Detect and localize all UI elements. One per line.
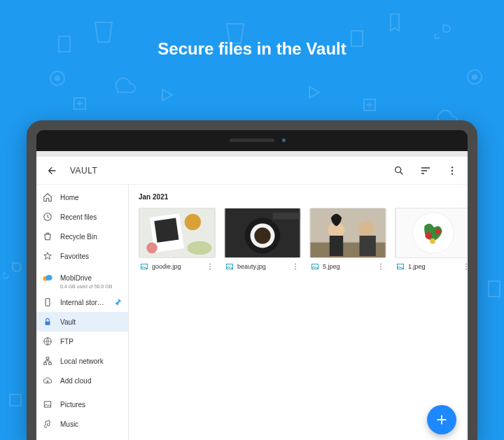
sidebar-item-recycle[interactable]: Recycle Bin [36,227,128,246]
file-more-button[interactable] [291,262,300,271]
file-thumbnail [395,208,468,258]
trash-icon [42,231,53,242]
sidebar-item-favorites[interactable]: Favorites [36,246,128,266]
network-icon [42,355,53,367]
image-file-icon [311,262,319,271]
status-bar [36,151,468,157]
sidebar-item-addcloud[interactable]: Add cloud [36,371,128,390]
file-thumbnail [309,208,386,258]
image-file-icon [396,262,405,271]
svg-point-5 [468,70,482,84]
svg-point-27 [185,214,201,230]
svg-point-12 [451,169,453,171]
svg-point-61 [465,269,467,270]
sidebar-item-label: Home [60,194,122,201]
file-name: 1.jpeg [408,263,458,270]
sort-button[interactable] [417,162,434,179]
file-thumbnail [224,208,301,258]
svg-rect-9 [489,281,500,297]
sidebar: Home Recent files Recycle Bin Favorites [36,185,129,440]
svg-rect-8 [10,395,21,406]
svg-point-47 [358,221,374,237]
svg-rect-21 [44,362,47,364]
sidebar-item-internal[interactable]: Internal stora... [36,292,128,312]
sidebar-item-label: Internal stora... [60,299,106,306]
sidebar-item-music[interactable]: Music [36,414,128,434]
svg-point-55 [425,232,432,239]
file-card[interactable]: 1.jpeg [395,208,468,271]
more-button[interactable] [444,162,461,179]
svg-point-28 [188,241,212,255]
sidebar-item-vault[interactable]: Vault [36,312,128,332]
storage-usage-text: 0.4 GB used of 50.0 GB [60,284,112,289]
sidebar-item-recent[interactable]: Recent files [36,207,128,227]
svg-point-10 [396,166,401,172]
globe-icon [42,336,53,347]
svg-rect-38 [273,213,300,220]
svg-rect-18 [46,321,50,325]
file-more-button[interactable] [377,262,385,271]
svg-point-1 [50,71,64,85]
svg-point-57 [430,239,435,244]
fab-add-button[interactable] [427,405,456,434]
svg-rect-4 [364,99,375,111]
section-title: Jan 2021 [139,193,458,201]
music-icon [42,418,53,430]
home-icon [42,192,53,203]
svg-point-16 [46,275,52,281]
svg-point-29 [146,243,158,254]
image-file-icon [225,262,234,271]
sidebar-item-ftp[interactable]: FTP [36,332,128,351]
file-more-button[interactable] [206,262,214,271]
svg-point-2 [55,76,60,81]
cleanup-icon[interactable] [113,297,122,307]
sidebar-item-label: Favorites [60,253,122,260]
lock-icon [42,316,53,327]
svg-point-6 [472,74,477,80]
sidebar-item-pictures[interactable]: Pictures [36,395,128,414]
sidebar-item-label: Recent files [60,213,122,221]
sidebar-item-mobidrive[interactable]: MobiDrive 0.4 GB used of 50.0 GB [36,270,128,292]
svg-point-40 [295,264,296,265]
sidebar-item-home[interactable]: Home [36,187,128,207]
svg-rect-26 [154,218,178,243]
file-card[interactable]: 5.jpeg [309,208,386,271]
tablet-bezel: VAULT Home [36,130,468,440]
sidebar-item-label: Local network [60,357,122,365]
sidebar-item-label: Add cloud [60,377,122,385]
sidebar-item-label: FTP [60,338,122,346]
file-card[interactable]: goodie.jpg [139,208,216,271]
svg-point-52 [380,269,382,270]
search-button[interactable] [391,162,407,179]
svg-rect-17 [46,299,50,306]
file-name: 5.jpeg [323,263,373,270]
tablet-speaker [230,139,274,142]
file-card[interactable]: beauty.jpg [224,208,301,271]
svg-point-41 [295,266,296,267]
file-name: goodie.jpg [152,263,202,270]
svg-rect-46 [330,236,343,256]
app-screen: VAULT Home [36,151,468,440]
phone-icon [42,297,53,308]
marketing-headline: Secure files in the Vault [0,0,504,59]
svg-point-32 [209,266,211,267]
star-icon [42,250,53,262]
svg-rect-23 [44,402,50,407]
file-grid: goodie.jpg beauty.jpg [139,208,458,271]
content-pane: Jan 2021 goodie.jpg [129,185,468,440]
svg-point-60 [465,266,467,267]
tablet-frame: VAULT Home [27,120,477,440]
file-more-button[interactable] [462,262,468,271]
svg-point-33 [209,269,211,270]
svg-point-50 [380,264,382,265]
sidebar-item-lan[interactable]: Local network [36,351,128,371]
cloud-plus-icon [42,375,53,386]
back-button[interactable] [43,162,60,179]
file-thumbnail [139,208,216,258]
sidebar-item-label: Pictures [60,401,122,409]
svg-point-42 [295,269,296,270]
svg-point-13 [451,173,453,174]
appbar-title: VAULT [70,166,97,176]
svg-rect-22 [49,362,52,364]
image-icon [42,399,53,410]
